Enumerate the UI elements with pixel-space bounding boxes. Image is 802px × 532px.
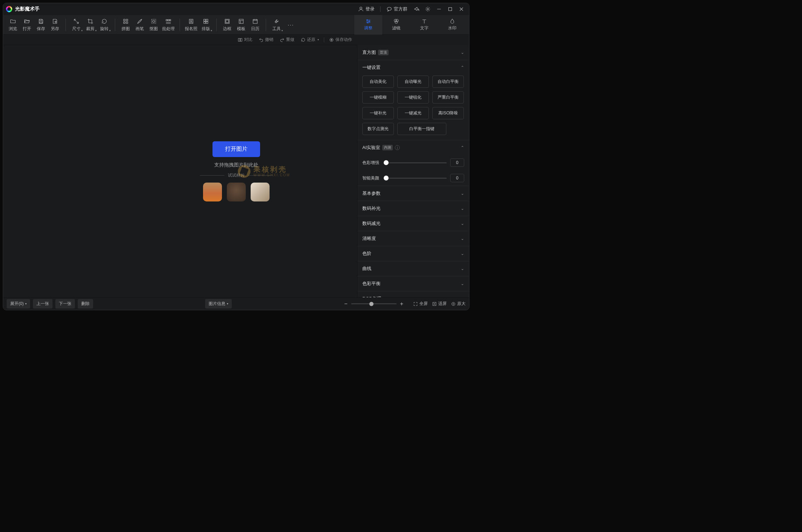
cutout-tool[interactable]: 抠图: [147, 16, 161, 34]
crop-tool[interactable]: 裁剪▾: [83, 16, 97, 34]
preset-sharpen[interactable]: 一键锐化: [397, 91, 429, 104]
save-icon: [38, 18, 44, 24]
browse-tool[interactable]: 浏览: [6, 16, 20, 34]
tab-watermark[interactable]: 水印: [438, 15, 466, 35]
chevron-down-icon: ⌄: [461, 221, 464, 226]
section-header-clarity[interactable]: 清晰度⌄: [357, 231, 469, 246]
section-header-curves[interactable]: 曲线⌄: [357, 261, 469, 276]
fullscreen-button[interactable]: 全屏: [413, 301, 428, 307]
tools-tool[interactable]: 工具▾: [270, 16, 284, 34]
section-header-rgb-tone[interactable]: RGB色调⌄: [357, 291, 469, 297]
calendar-tool[interactable]: 日历: [248, 16, 262, 34]
zoom-slider[interactable]: [351, 303, 397, 304]
image-info-button[interactable]: 图片信息▾: [205, 299, 232, 308]
preset-auto-exposure[interactable]: 自动曝光: [397, 76, 429, 88]
preset-spot-meter[interactable]: 数字点测光: [362, 123, 394, 135]
save-as-tool[interactable]: 另存: [48, 16, 62, 34]
expand-button[interactable]: 展开(0)▾: [7, 299, 30, 308]
info-icon[interactable]: i: [395, 145, 400, 150]
preset-auto-beautify[interactable]: 自动美化: [362, 76, 394, 88]
slider-track[interactable]: [386, 162, 447, 163]
svg-rect-8: [152, 19, 156, 23]
chevron-down-icon: ▾: [81, 29, 83, 32]
slider-value[interactable]: 0: [450, 158, 464, 167]
slider-knob[interactable]: [384, 176, 389, 180]
minimize-button[interactable]: [434, 4, 444, 14]
compare-button[interactable]: 对比: [236, 36, 254, 43]
toolbar-more[interactable]: ⋯: [284, 21, 298, 29]
open-tool[interactable]: 打开: [20, 16, 34, 34]
layout-tool[interactable]: 排版▾: [199, 16, 213, 34]
tab-filter[interactable]: 滤镜: [382, 15, 410, 35]
section-header-one-click[interactable]: 一键设置 ⌃: [357, 60, 469, 75]
tab-text[interactable]: 文字: [410, 15, 438, 35]
sample-thumbnail-3[interactable]: [251, 183, 270, 201]
record-icon: [329, 37, 334, 42]
brush-tool[interactable]: 画笔: [133, 16, 147, 34]
open-image-button[interactable]: 打开图片: [212, 141, 260, 157]
beta-badge: 内测: [382, 145, 393, 150]
settings-button[interactable]: [423, 4, 433, 14]
delete-button[interactable]: 删除: [78, 299, 93, 308]
official-group-label: 官方群: [394, 6, 407, 12]
login-button[interactable]: 登录: [355, 5, 377, 14]
prev-image-button[interactable]: 上一张: [33, 299, 53, 308]
chevron-down-icon: ▾: [211, 29, 212, 32]
rotate-tool[interactable]: 旋转▾: [97, 16, 111, 34]
preset-high-iso-nr[interactable]: 高ISO降噪: [432, 107, 464, 119]
chevron-down-icon: ⌄: [461, 50, 464, 55]
toolbar-separator: [180, 19, 180, 31]
minimize-icon: [436, 6, 442, 12]
next-image-button[interactable]: 下一张: [55, 299, 75, 308]
slider-track[interactable]: [386, 178, 447, 179]
zoom-in-button[interactable]: +: [400, 301, 403, 307]
pin-badge: 置顶: [378, 50, 389, 55]
save-action-button[interactable]: 保存动作: [328, 36, 354, 43]
size-tool[interactable]: 尺寸▾: [69, 16, 83, 34]
section-header-basic[interactable]: 基本参数⌄: [357, 186, 469, 201]
section-header-levels[interactable]: 色阶⌄: [357, 246, 469, 261]
fit-screen-button[interactable]: 适屏: [432, 301, 447, 307]
section-header-ai-lab[interactable]: AI实验室 内测 i ⌃: [357, 140, 469, 155]
tab-adjust[interactable]: 调整: [354, 15, 382, 35]
id-photo-tool[interactable]: 报名照: [183, 16, 199, 34]
batch-tool[interactable]: 批处理: [161, 16, 176, 34]
preset-heavy-wb[interactable]: 严重白平衡: [432, 91, 464, 104]
share-button[interactable]: [412, 4, 421, 14]
divider: [380, 6, 381, 12]
section-one-click: 一键设置 ⌃ 自动美化 自动曝光 自动白平衡 一键模糊 一键锐化 严重白平衡 一…: [357, 60, 469, 140]
slider-value[interactable]: 0: [450, 174, 464, 182]
slider-knob[interactable]: [384, 160, 389, 165]
preset-auto-wb[interactable]: 自动白平衡: [432, 76, 464, 88]
sample-thumbnail-2[interactable]: [227, 183, 246, 201]
canvas-action-bar: 对比 撤销 重做 还原▾ 保存动作: [3, 35, 357, 45]
template-tool[interactable]: 模板: [234, 16, 248, 34]
preset-reduce-light[interactable]: 一键减光: [397, 107, 429, 119]
preset-fill-light[interactable]: 一键补光: [362, 107, 394, 119]
original-size-button[interactable]: 原大: [451, 301, 466, 307]
save-tool[interactable]: 保存: [34, 16, 48, 34]
preset-wb-onekey[interactable]: 白平衡一指键: [397, 123, 446, 135]
sample-thumbnail-1[interactable]: [203, 183, 222, 201]
save-as-icon: [52, 18, 58, 24]
preset-blur[interactable]: 一键模糊: [362, 91, 394, 104]
official-group-button[interactable]: 官方群: [383, 5, 410, 14]
chevron-down-icon: ⌄: [461, 251, 464, 256]
section-header-digital-fill[interactable]: 数码补光⌄: [357, 201, 469, 216]
maximize-button[interactable]: [445, 4, 455, 14]
border-tool[interactable]: 边框: [220, 16, 234, 34]
zoom-out-button[interactable]: −: [344, 301, 347, 307]
close-button[interactable]: [456, 4, 466, 14]
titlebar: 光影魔术手 登录 官方群: [3, 3, 469, 15]
section-header-digital-reduce[interactable]: 数码减光⌄: [357, 216, 469, 231]
user-icon: [358, 6, 364, 12]
revert-button[interactable]: 还原▾: [299, 36, 320, 43]
section-header-color-balance[interactable]: 色彩平衡⌄: [357, 276, 469, 291]
text-icon: [421, 18, 427, 24]
redo-button[interactable]: 重做: [278, 36, 296, 43]
zoom-knob[interactable]: [369, 302, 374, 306]
collage-tool[interactable]: 拼图: [119, 16, 133, 34]
svg-rect-3: [449, 8, 452, 11]
section-header-histogram[interactable]: 直方图 置顶 ⌄: [357, 45, 469, 60]
undo-button[interactable]: 撤销: [257, 36, 275, 43]
